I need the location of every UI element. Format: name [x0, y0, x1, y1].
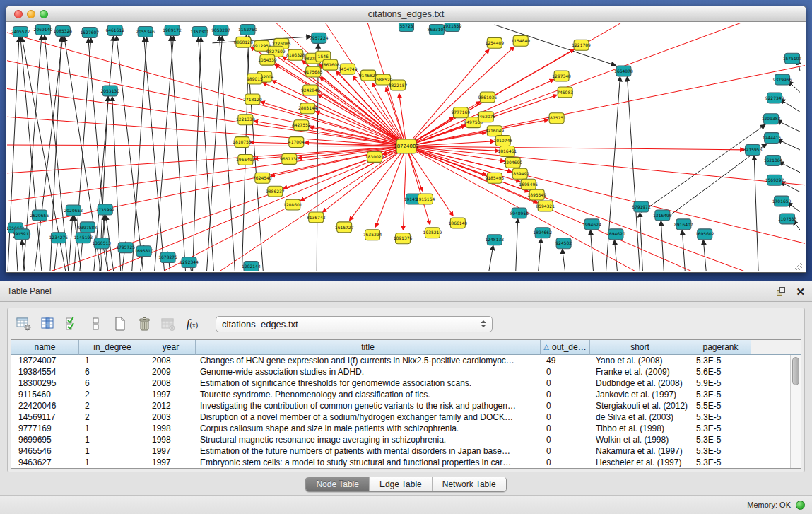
paper-node[interactable]: 1994624	[582, 219, 601, 230]
paper-node[interactable]: 1575107	[783, 53, 802, 64]
paper-node[interactable]: 2020653	[64, 205, 83, 216]
selected-paper-node[interactable]: 9777169	[452, 107, 471, 118]
citation-edge[interactable]	[754, 156, 758, 271]
paper-node[interactable]: 1244415	[763, 133, 782, 144]
paper-node[interactable]: 1694620	[606, 229, 625, 240]
unselect-all-columns-button[interactable]	[86, 314, 107, 334]
selected-paper-node[interactable]: 1935219	[423, 228, 442, 238]
citation-edge[interactable]	[206, 36, 222, 271]
column-header-short[interactable]: short	[590, 340, 690, 355]
paper-node[interactable]: 9397588	[78, 222, 97, 233]
citation-edge[interactable]	[317, 44, 318, 271]
selected-paper-node[interactable]: 9861036	[478, 92, 497, 103]
citation-edge[interactable]	[199, 37, 214, 271]
table-row[interactable]: 1872400712008Changes of HCN gene express…	[11, 355, 790, 366]
select-all-columns-button[interactable]	[61, 314, 83, 334]
paper-node[interactable]: 1209383	[762, 114, 781, 124]
selected-paper-node[interactable]: 8454749	[339, 64, 358, 74]
paper-node[interactable]: 2069140	[34, 24, 53, 35]
selected-paper-node[interactable]: 8186328	[286, 49, 305, 60]
paper-node[interactable]: 1202144	[242, 262, 261, 271]
selected-paper-node[interactable]: 8427552	[292, 120, 311, 131]
selected-paper-node[interactable]: 2803144	[298, 103, 317, 114]
selected-paper-node[interactable]: 1054339	[258, 54, 277, 65]
network-view-window[interactable]: citations_edges.txt 24055722069140108532…	[6, 6, 806, 273]
table-row[interactable]: 1830029562008Estimation of significance …	[11, 378, 790, 389]
paper-node[interactable]: 1085328	[54, 25, 73, 36]
citation-edge[interactable]	[703, 240, 706, 271]
paper-node[interactable]: 1357301	[190, 26, 209, 37]
selected-citation-edge[interactable]	[406, 146, 430, 225]
table-row[interactable]: 1456911722003Disruption of a novel membe…	[11, 411, 790, 423]
table-row[interactable]: 969969511998Structural magnetic resonanc…	[11, 434, 790, 445]
selected-paper-node[interactable]: 2867608	[321, 59, 340, 70]
table-row[interactable]: 977716911998Corpus callosum shape and si…	[11, 423, 790, 434]
delete-column-button[interactable]	[134, 314, 155, 334]
selected-paper-node[interactable]: 1221789	[572, 40, 591, 50]
paper-node[interactable]: 1695602	[695, 229, 714, 240]
selected-paper-node[interactable]: 745083	[557, 87, 573, 98]
citation-edge[interactable]	[495, 25, 616, 66]
citation-edge[interactable]	[246, 35, 263, 271]
selected-citation-edge[interactable]	[403, 146, 406, 230]
paper-node[interactable]: 1989172	[163, 25, 182, 35]
tab-edge-table[interactable]: Edge Table	[370, 477, 433, 491]
selected-paper-node[interactable]: 9175685	[304, 66, 323, 77]
paper-node[interactable]: 1894662	[533, 228, 552, 238]
selected-paper-node[interactable]: 1695495	[519, 179, 538, 189]
selected-citation-edge[interactable]	[318, 95, 406, 146]
selected-citation-edge[interactable]	[7, 117, 406, 146]
paper-node[interactable]: 55723	[399, 23, 414, 31]
selected-citation-edge[interactable]	[300, 146, 406, 201]
selected-paper-node[interactable]: 1221338	[236, 115, 255, 125]
citation-edge[interactable]	[779, 162, 800, 173]
table-vertical-scrollbar[interactable]	[790, 355, 801, 468]
paper-node[interactable]: 6461612	[105, 25, 124, 35]
citation-edge[interactable]	[155, 36, 174, 271]
selected-citation-edge[interactable]	[7, 146, 406, 229]
show-columns-button[interactable]	[37, 314, 59, 334]
paper-node[interactable]: 2055346	[136, 26, 155, 37]
paper-node[interactable]: 1701653	[772, 196, 792, 206]
table-row[interactable]: 911546021997Tourette syndrome. Phenomeno…	[11, 389, 790, 400]
selected-paper-node[interactable]: 1208601	[283, 199, 302, 210]
citation-edge[interactable]	[777, 139, 800, 150]
selected-paper-node[interactable]: 1297348	[552, 71, 571, 81]
paper-node[interactable]: 6791972	[632, 201, 651, 212]
selected-paper-node[interactable]: 1810755	[233, 137, 252, 148]
network-canvas[interactable]: 2405572206914010853281527607646161220553…	[7, 23, 805, 271]
paper-node[interactable]: 1664878	[614, 66, 633, 76]
import-table-button[interactable]	[158, 314, 179, 334]
selected-paper-node[interactable]: 417004	[288, 137, 305, 148]
paper-node[interactable]: 1678275	[158, 252, 177, 263]
citation-edge[interactable]	[606, 77, 620, 271]
citation-edge[interactable]	[591, 230, 594, 271]
selected-paper-node[interactable]: 7624540	[253, 173, 272, 183]
citation-edge[interactable]	[242, 35, 249, 271]
column-header-out_degree[interactable]: △out_de…	[541, 340, 590, 355]
table-row[interactable]: 946554611997Estimation of the future num…	[11, 445, 790, 457]
column-header-in_degree[interactable]: in_degree	[79, 340, 146, 355]
citation-edge[interactable]	[539, 238, 541, 271]
column-header-pagerank[interactable]: pagerank	[690, 340, 751, 355]
citation-edge[interactable]	[640, 212, 642, 271]
selected-paper-node[interactable]: 1615727	[335, 222, 354, 233]
citation-edge[interactable]	[627, 77, 640, 271]
paper-node[interactable]: 9053287	[211, 25, 230, 35]
selected-paper-node[interactable]: 1866140	[449, 218, 468, 228]
memory-status-indicator[interactable]	[796, 501, 805, 510]
paper-node[interactable]: 1234275	[49, 233, 69, 243]
paper-node[interactable]: 1527607	[80, 27, 99, 37]
paper-node[interactable]: 7957224	[310, 33, 329, 43]
paper-node[interactable]: 2405572	[11, 26, 30, 37]
tab-node-table[interactable]: Node Table	[306, 477, 370, 491]
selected-citation-edge[interactable]	[406, 146, 744, 150]
paper-node[interactable]: 1145193	[73, 233, 93, 243]
selected-paper-node[interactable]: 1091376	[394, 233, 413, 244]
selected-paper-node[interactable]: 1915154	[416, 194, 435, 204]
selected-citation-edge[interactable]	[262, 82, 406, 146]
paper-node[interactable]: 1921859	[443, 23, 462, 31]
selected-paper-node[interactable]: 9242848	[301, 85, 320, 95]
citation-edge[interactable]	[94, 36, 114, 271]
citation-edge[interactable]	[641, 124, 765, 212]
